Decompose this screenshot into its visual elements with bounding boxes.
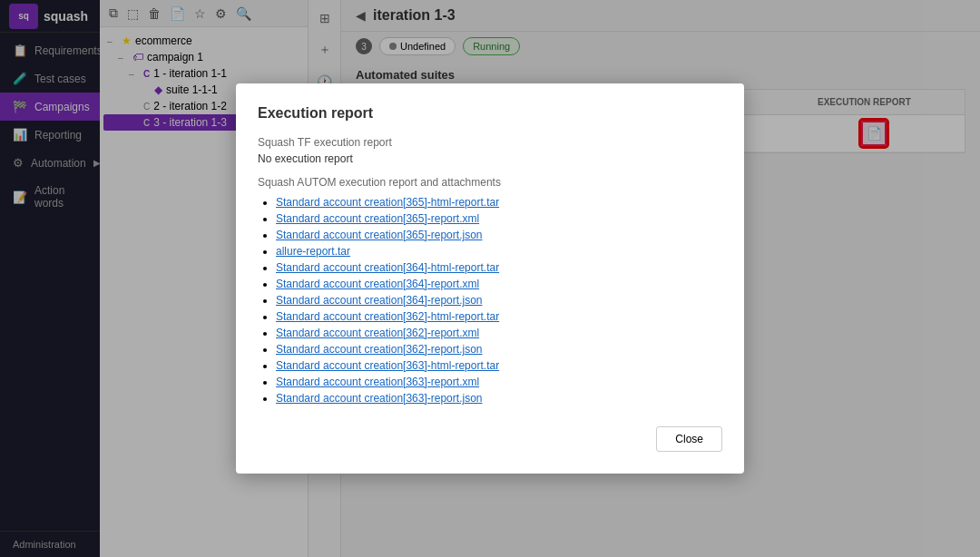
modal-close-bar: Close (258, 426, 722, 452)
list-item: Standard account creation[365]-html-repo… (276, 196, 722, 209)
list-item: Standard account creation[363]-report.xm… (276, 376, 722, 388)
report-link-4[interactable]: Standard account creation[364]-html-repo… (276, 261, 499, 274)
list-item: Standard account creation[362]-report.js… (276, 343, 722, 356)
report-link-12[interactable]: Standard account creation[363]-report.js… (276, 392, 482, 405)
list-item: Standard account creation[362]-report.xm… (276, 327, 722, 339)
report-link-11[interactable]: Standard account creation[363]-report.xm… (276, 376, 479, 388)
report-link-0[interactable]: Standard account creation[365]-html-repo… (276, 196, 499, 209)
execution-report-modal: Execution report Squash TF execution rep… (236, 83, 744, 474)
list-item: Standard account creation[364]-report.xm… (276, 278, 722, 290)
report-link-1[interactable]: Standard account creation[365]-report.xm… (276, 212, 479, 225)
tf-value: No execution report (258, 152, 722, 165)
report-link-list: Standard account creation[365]-html-repo… (258, 196, 722, 405)
list-item: Standard account creation[362]-html-repo… (276, 310, 722, 323)
list-item: Standard account creation[363]-report.js… (276, 392, 722, 405)
report-link-8[interactable]: Standard account creation[362]-report.xm… (276, 327, 479, 339)
report-link-9[interactable]: Standard account creation[362]-report.js… (276, 343, 482, 356)
close-button[interactable]: Close (656, 426, 722, 452)
list-item: allure-report.tar (276, 245, 722, 258)
report-link-6[interactable]: Standard account creation[364]-report.js… (276, 294, 482, 307)
modal-title: Execution report (258, 105, 722, 122)
list-item: Standard account creation[365]-report.xm… (276, 212, 722, 225)
report-link-3[interactable]: allure-report.tar (276, 245, 350, 258)
report-link-2[interactable]: Standard account creation[365]-report.js… (276, 229, 482, 241)
tf-label: Squash TF execution report (258, 136, 722, 149)
report-link-5[interactable]: Standard account creation[364]-report.xm… (276, 278, 479, 290)
report-link-10[interactable]: Standard account creation[363]-html-repo… (276, 359, 499, 372)
list-item: Standard account creation[363]-html-repo… (276, 359, 722, 372)
modal-overlay: Execution report Squash TF execution rep… (0, 0, 980, 557)
report-link-7[interactable]: Standard account creation[362]-html-repo… (276, 310, 499, 323)
autom-label: Squash AUTOM execution report and attach… (258, 176, 722, 189)
list-item: Standard account creation[365]-report.js… (276, 229, 722, 241)
list-item: Standard account creation[364]-report.js… (276, 294, 722, 307)
list-item: Standard account creation[364]-html-repo… (276, 261, 722, 274)
